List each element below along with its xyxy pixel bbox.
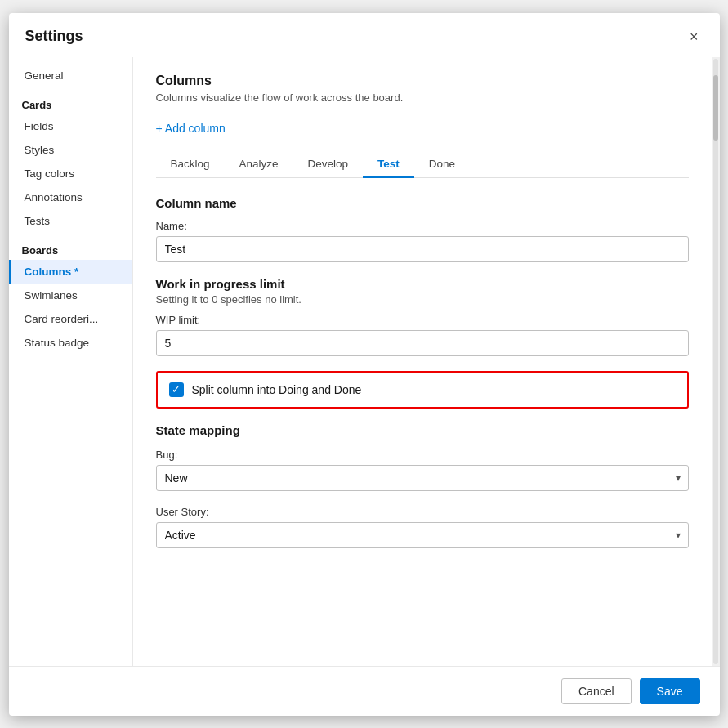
dialog-header: Settings × (9, 13, 720, 57)
sidebar: General Cards Fields Styles Tag colors A… (9, 57, 133, 666)
bug-label: Bug: (156, 449, 689, 461)
user-story-select-wrapper: New Active Resolved Closed ▾ (156, 522, 689, 548)
cancel-button[interactable]: Cancel (561, 678, 632, 704)
wip-input[interactable] (156, 330, 689, 356)
split-column-checkbox[interactable]: ✓ (169, 382, 184, 397)
dialog-body: General Cards Fields Styles Tag colors A… (9, 57, 720, 666)
sidebar-section-cards: Cards (9, 91, 132, 114)
sidebar-item-card-reordering[interactable]: Card reorderi... (9, 307, 132, 331)
sidebar-item-styles[interactable]: Styles (9, 138, 132, 162)
column-name-group: Name: (156, 220, 689, 262)
close-button[interactable]: × (685, 26, 703, 47)
scrollbar[interactable] (712, 57, 720, 666)
wip-desc: Setting it to 0 specifies no limit. (156, 293, 689, 306)
bug-select[interactable]: New Active Resolved Closed (156, 465, 689, 491)
columns-title: Columns (156, 74, 689, 88)
columns-desc: Columns visualize the flow of work acros… (156, 92, 689, 104)
tab-backlog[interactable]: Backlog (156, 151, 225, 178)
settings-dialog: Settings × General Cards Fields Styles T… (9, 13, 720, 716)
dialog-title: Settings (25, 28, 83, 45)
split-column-row[interactable]: ✓ Split column into Doing and Done (156, 371, 689, 409)
split-column-label: Split column into Doing and Done (192, 383, 362, 396)
user-story-group: User Story: New Active Resolved Closed ▾ (156, 506, 689, 548)
wip-group: WIP limit: (156, 314, 689, 356)
wip-title: Work in progress limit (156, 277, 689, 291)
sidebar-item-fields[interactable]: Fields (9, 114, 132, 138)
bug-group: Bug: New Active Resolved Closed ▾ (156, 449, 689, 491)
user-story-label: User Story: (156, 506, 689, 518)
sidebar-item-columns[interactable]: Columns * (9, 260, 132, 284)
dialog-footer: Cancel Save (9, 666, 720, 716)
main-content: Columns Columns visualize the flow of wo… (133, 57, 712, 666)
scroll-thumb (713, 75, 718, 141)
user-story-select[interactable]: New Active Resolved Closed (156, 522, 689, 548)
tab-test[interactable]: Test (363, 151, 414, 178)
save-button[interactable]: Save (640, 678, 700, 704)
sidebar-item-status-badge[interactable]: Status badge (9, 331, 132, 355)
column-tabs: Backlog Analyze Develop Test Done (156, 151, 689, 178)
sidebar-item-tag-colors[interactable]: Tag colors (9, 162, 132, 185)
name-input[interactable] (156, 236, 689, 262)
tab-develop[interactable]: Develop (293, 151, 364, 178)
column-name-section-title: Column name (156, 196, 689, 210)
state-mapping-title: State mapping (156, 423, 689, 437)
sidebar-item-tests[interactable]: Tests (9, 209, 132, 233)
sidebar-item-annotations[interactable]: Annotations (9, 185, 132, 209)
wip-label: WIP limit: (156, 314, 689, 326)
sidebar-item-swimlanes[interactable]: Swimlanes (9, 284, 132, 307)
sidebar-section-boards: Boards (9, 236, 132, 260)
bug-select-wrapper: New Active Resolved Closed ▾ (156, 465, 689, 491)
scroll-track (713, 59, 718, 664)
name-label: Name: (156, 220, 689, 232)
sidebar-item-general[interactable]: General (9, 64, 132, 87)
check-icon: ✓ (172, 384, 181, 395)
add-column-button[interactable]: + Add column (156, 117, 226, 140)
tab-done[interactable]: Done (414, 151, 470, 178)
wip-section: Work in progress limit Setting it to 0 s… (156, 277, 689, 356)
tab-analyze[interactable]: Analyze (225, 151, 293, 178)
